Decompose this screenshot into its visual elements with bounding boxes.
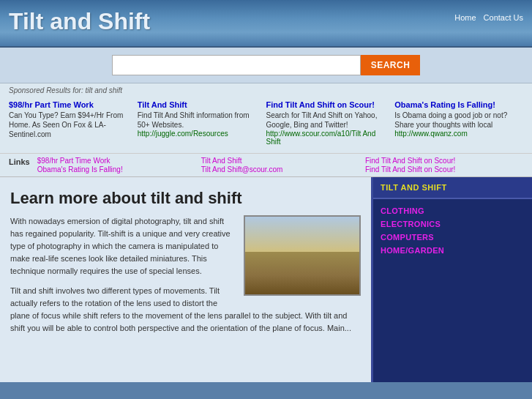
link-item-1[interactable]: Tilt And Shift [201,157,359,165]
nav-home[interactable]: Home [454,13,476,22]
sidebar-links: CLOTHING ELECTRONICS COMPUTERS HOME/GARD… [373,199,532,262]
ad-item-0: $98/hr Part Time Work Can You Type? Earn… [9,99,138,149]
ad-title-1[interactable]: Tilt And Shift [138,100,261,109]
search-section: SEARCH [0,48,532,83]
nav-contact[interactable]: Contact Us [484,13,523,22]
sidebar-link-0[interactable]: CLOTHING [381,206,525,215]
article-image [244,215,361,296]
link-item-4[interactable]: Tilt And Shift@scour.com [201,165,359,174]
ads-grid: $98/hr Part Time Work Can You Type? Earn… [0,96,532,154]
sidebar-link-2[interactable]: COMPUTERS [381,233,525,242]
link-item-2[interactable]: Find Tilt And Shift on Scour! [365,157,523,165]
links-row: Links $98/hr Part Time Work Tilt And Shi… [0,154,532,176]
site-title: Tilt and Shift [9,7,523,35]
ad-desc-0: Can You Type? Earn $94+/Hr From Home. As… [9,111,132,139]
ad-title-2[interactable]: Find Tilt And Shift on Scour! [266,100,389,109]
ad-item-2: Find Tilt And Shift on Scour! Search for… [266,99,395,149]
left-content: Learn more about tilt and shift With now… [0,177,371,382]
ad-title-0[interactable]: $98/hr Part Time Work [9,100,132,109]
sidebar-link-1[interactable]: ELECTRONICS [381,220,525,228]
header: Tilt and Shift Home Contact Us [0,0,532,48]
search-input[interactable] [112,55,361,75]
ad-url-1: http://juggle.com/Resources [138,130,261,138]
links-content: $98/hr Part Time Work Tilt And Shift Fin… [37,157,523,174]
article-title: Learn more about tilt and shift [10,189,361,208]
sidebar-link-3[interactable]: HOME/GARDEN [381,246,525,255]
link-item-5[interactable]: Find Tilt And Shift on Scour! [365,165,523,174]
ad-title-3[interactable]: Obama's Rating Is Falling! [394,100,517,109]
right-sidebar: TILT AND SHIFT CLOTHING ELECTRONICS COMP… [371,177,532,382]
ad-desc-1: Find Tilt And Shift information from 50+… [138,111,261,130]
link-item-3[interactable]: Obama's Rating Is Falling! [37,165,195,174]
article-body: With nowadays emersion of digital photog… [10,215,361,335]
links-label: Links [9,157,30,166]
search-button[interactable]: SEARCH [361,55,421,75]
sidebar-header: TILT AND SHIFT [373,177,532,199]
ad-item-1: Tilt And Shift Find Tilt And Shift infor… [138,99,266,149]
ads-section: Sponsored Results for: tilt and shift $9… [0,83,532,177]
sponsored-label: Sponsored Results for: tilt and shift [0,83,532,96]
ad-url-2: http://www.scour.com/a10/Tilt And Shift [266,130,389,146]
ad-desc-3: Is Obama doing a good job or not? Share … [394,111,517,130]
main-content: Learn more about tilt and shift With now… [0,177,532,382]
navigation: Home Contact Us [454,13,523,22]
ad-desc-2: Search for Tilt And Shift on Yahoo, Goog… [266,111,389,130]
ad-url-3: http://www.qwanz.com [394,130,517,138]
ad-item-3: Obama's Rating Is Falling! Is Obama doin… [394,99,523,149]
link-item-0[interactable]: $98/hr Part Time Work [37,157,195,165]
